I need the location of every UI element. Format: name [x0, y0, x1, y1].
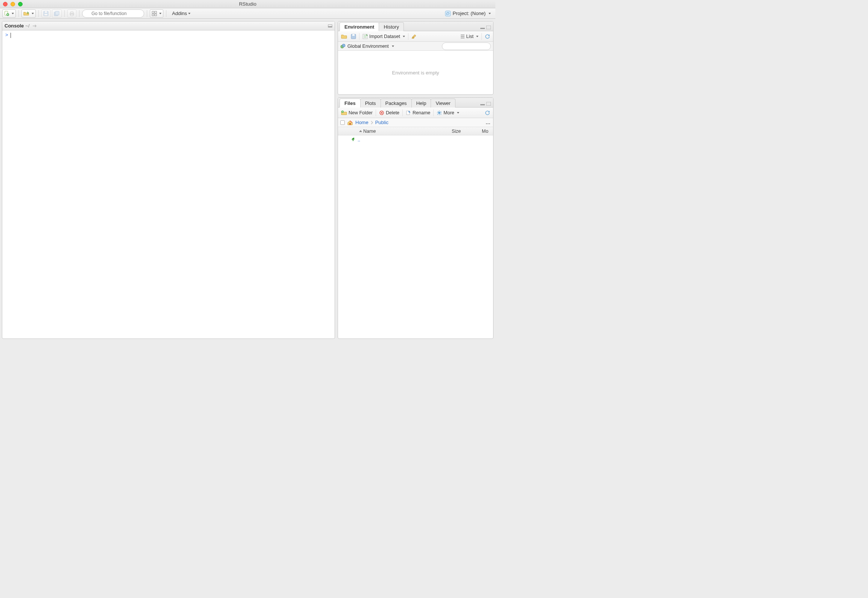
refresh-icon: [485, 110, 490, 115]
breadcrumb-separator-icon: [371, 121, 373, 124]
console-body[interactable]: >: [2, 30, 335, 338]
svg-rect-18: [486, 26, 491, 29]
refresh-files-button[interactable]: [484, 109, 491, 117]
addins-label: Addins: [172, 11, 187, 16]
broom-icon: [411, 34, 417, 39]
svg-rect-9: [71, 14, 73, 16]
sort-ascending-icon: [359, 130, 362, 132]
view-script-icon[interactable]: [32, 24, 37, 28]
goto-file-input[interactable]: [82, 9, 144, 18]
environment-pane: Environment History Import Dataset: [338, 21, 493, 95]
save-all-button[interactable]: [52, 9, 62, 18]
goto-file-wrap: [82, 9, 144, 18]
import-icon: [362, 34, 368, 39]
new-file-icon: [4, 11, 9, 16]
delete-button[interactable]: Delete: [378, 109, 400, 117]
breadcrumb-home[interactable]: Home: [355, 120, 369, 125]
env-empty-message: Environment is empty: [338, 51, 493, 94]
console-header: Console ~/: [2, 21, 335, 30]
files-pane: Files Plots Packages Help Viewer New Fol…: [338, 97, 493, 339]
tab-environment[interactable]: Environment: [340, 22, 379, 31]
tab-files[interactable]: Files: [340, 99, 361, 108]
env-minimize-icon[interactable]: [480, 26, 485, 29]
toolbar-separator: [38, 10, 39, 17]
svg-rect-20: [352, 34, 355, 36]
addins-button[interactable]: Addins: [169, 9, 193, 18]
new-file-button[interactable]: [2, 9, 16, 18]
env-search-input[interactable]: [442, 42, 491, 50]
files-tabbar: Files Plots Packages Help Viewer: [338, 98, 493, 108]
column-header-size[interactable]: Size: [452, 129, 482, 134]
svg-rect-26: [486, 102, 491, 106]
new-folder-button[interactable]: New Folder: [340, 109, 373, 117]
tab-viewer[interactable]: Viewer: [431, 99, 455, 108]
gear-icon: [437, 110, 442, 115]
toolbar-separator: [79, 10, 79, 17]
save-icon: [351, 34, 356, 39]
toolbar-separator: [64, 10, 65, 17]
save-workspace-button[interactable]: [350, 33, 357, 40]
svg-rect-12: [152, 14, 154, 16]
project-icon: [445, 11, 451, 17]
workspace-panes-button[interactable]: [150, 9, 163, 18]
env-tabbar: Environment History: [338, 21, 493, 31]
env-toolbar: Import Dataset List: [338, 31, 493, 42]
files-minimize-icon[interactable]: [480, 102, 485, 106]
new-folder-icon: [341, 110, 347, 115]
env-scope-button[interactable]: Global Environment: [340, 44, 394, 49]
files-toolbar: New Folder Delete Rename More: [338, 108, 493, 118]
open-file-button[interactable]: [21, 9, 36, 18]
env-maximize-icon[interactable]: [486, 26, 491, 29]
svg-rect-17: [480, 28, 485, 29]
console-minimize-icon[interactable]: [328, 24, 332, 28]
grid-icon: [152, 11, 157, 16]
toolbar-separator: [166, 10, 166, 17]
delete-icon: [379, 110, 384, 115]
main-toolbar: Addins Project: (None): [0, 8, 495, 19]
clear-workspace-button[interactable]: [411, 33, 417, 40]
breadcrumb-more-button[interactable]: …: [486, 120, 491, 125]
svg-rect-14: [445, 11, 451, 16]
home-icon[interactable]: [347, 120, 353, 125]
save-all-icon: [54, 11, 60, 16]
print-button[interactable]: [67, 9, 76, 18]
console-path: ~/: [25, 23, 29, 29]
column-header-name[interactable]: Name: [349, 129, 452, 134]
env-view-mode-button[interactable]: List: [460, 33, 479, 40]
tab-history[interactable]: History: [379, 22, 404, 31]
tab-packages[interactable]: Packages: [381, 99, 412, 108]
select-all-checkbox[interactable]: [340, 120, 345, 125]
refresh-icon: [485, 34, 490, 39]
tab-plots[interactable]: Plots: [360, 99, 381, 108]
env-search-wrap: [442, 42, 491, 50]
close-window-button[interactable]: [3, 2, 8, 6]
print-icon: [69, 11, 75, 16]
svg-rect-11: [155, 11, 157, 13]
minimize-window-button[interactable]: [11, 2, 15, 6]
project-menu-button[interactable]: Project: (None): [443, 9, 493, 18]
svg-rect-4: [44, 14, 47, 15]
load-workspace-button[interactable]: [340, 33, 348, 40]
import-dataset-button[interactable]: Import Dataset: [362, 33, 406, 40]
refresh-env-button[interactable]: [484, 33, 491, 40]
globe-icon: [340, 44, 346, 49]
rename-icon: [406, 110, 411, 115]
console-title: Console: [5, 23, 24, 29]
files-maximize-icon[interactable]: [486, 102, 491, 106]
rename-button[interactable]: Rename: [405, 109, 431, 117]
right-column: Environment History Import Dataset: [338, 21, 493, 339]
env-scope-bar: Global Environment: [338, 42, 493, 51]
list-icon: [460, 35, 465, 38]
save-button[interactable]: [41, 9, 50, 18]
tab-help[interactable]: Help: [411, 99, 431, 108]
breadcrumb-public[interactable]: Public: [375, 120, 388, 125]
maximize-window-button[interactable]: [18, 2, 23, 6]
files-breadcrumb: Home Public …: [338, 118, 493, 127]
more-button[interactable]: More: [436, 109, 460, 117]
svg-point-30: [438, 112, 440, 114]
svg-rect-6: [55, 11, 59, 15]
parent-dir-label: ..: [358, 137, 360, 143]
parent-directory-row[interactable]: ..: [338, 135, 493, 144]
column-header-modified[interactable]: Mo: [482, 129, 493, 134]
console-prompt: >: [5, 32, 8, 38]
